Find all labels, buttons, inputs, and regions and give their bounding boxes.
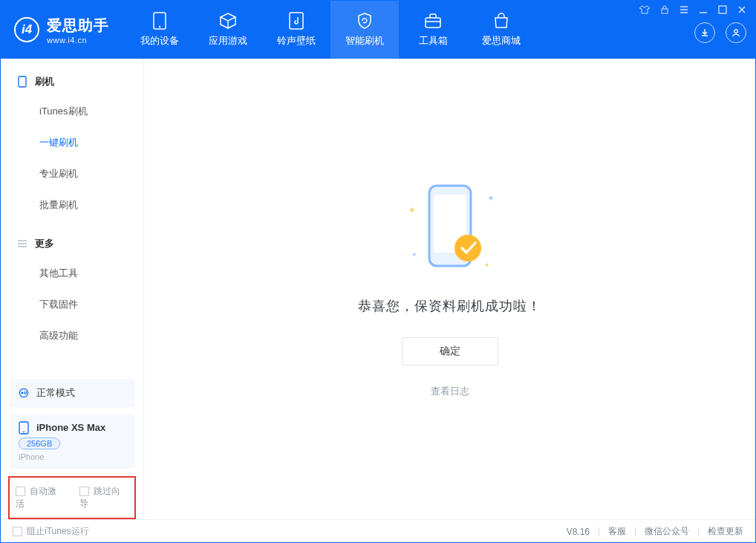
phone-small-icon bbox=[17, 77, 27, 87]
svg-point-6 bbox=[734, 29, 738, 33]
device-icon bbox=[19, 423, 29, 433]
main-content: ✦ ✦ ✦ ✦ 恭喜您，保资料刷机成功啦！ 确定 查看日志 bbox=[144, 59, 755, 519]
view-log-link[interactable]: 查看日志 bbox=[431, 385, 469, 398]
top-nav: 我的设备 应用游戏 铃声壁纸 智能刷机 工具箱 bbox=[126, 1, 535, 59]
shirt-icon[interactable] bbox=[639, 5, 650, 16]
skip-guide-checkbox[interactable]: 跳过向导 bbox=[79, 485, 128, 510]
svg-rect-3 bbox=[426, 18, 440, 27]
section-title: 更多 bbox=[35, 237, 54, 250]
list-small-icon bbox=[17, 238, 27, 249]
device-type: iPhone bbox=[19, 452, 126, 461]
title-bar: i4 爱思助手 www.i4.cn 我的设备 应用游戏 铃声壁纸 bbox=[1, 1, 755, 59]
nav-label: 爱思商城 bbox=[482, 34, 521, 48]
menu-icon[interactable] bbox=[680, 5, 688, 16]
success-illustration: ✦ ✦ ✦ ✦ bbox=[405, 180, 495, 276]
nav-label: 智能刷机 bbox=[345, 34, 384, 48]
version-label: V8.16 bbox=[567, 527, 590, 537]
download-button[interactable] bbox=[694, 22, 715, 43]
check-update-link[interactable]: 检查更新 bbox=[708, 525, 743, 538]
bag-icon bbox=[492, 12, 510, 30]
svg-point-15 bbox=[454, 235, 481, 261]
nav-label: 应用游戏 bbox=[209, 34, 247, 48]
nav-store[interactable]: 爱思商城 bbox=[467, 1, 535, 59]
svg-rect-7 bbox=[19, 77, 26, 87]
sidebar-item-firmware[interactable]: 下载固件 bbox=[1, 289, 143, 320]
nav-label: 我的设备 bbox=[140, 34, 179, 48]
nav-flash[interactable]: 智能刷机 bbox=[330, 1, 399, 59]
cube-icon bbox=[219, 12, 237, 30]
user-controls bbox=[694, 16, 746, 54]
nav-label: 铃声壁纸 bbox=[277, 34, 316, 48]
block-itunes-checkbox[interactable]: 阻止iTunes运行 bbox=[13, 525, 89, 538]
sidebar-item-advanced[interactable]: 高级功能 bbox=[1, 320, 143, 351]
success-message: 恭喜您，保资料刷机成功啦！ bbox=[358, 297, 541, 315]
app-name: 爱思助手 bbox=[47, 16, 109, 36]
nav-ringtone[interactable]: 铃声壁纸 bbox=[262, 1, 330, 59]
nav-apps[interactable]: 应用游戏 bbox=[194, 1, 262, 59]
customer-service-link[interactable]: 客服 bbox=[608, 525, 626, 538]
wechat-link[interactable]: 微信公众号 bbox=[645, 525, 689, 538]
svg-point-9 bbox=[21, 392, 23, 394]
music-file-icon bbox=[287, 12, 305, 30]
app-url: www.i4.cn bbox=[47, 36, 109, 45]
svg-rect-4 bbox=[662, 9, 668, 13]
account-button[interactable] bbox=[726, 22, 746, 43]
titlebar-right bbox=[630, 1, 755, 59]
status-bar: 阻止iTunes运行 V8.16 客服 微信公众号 检查更新 bbox=[1, 519, 755, 543]
sidebar: 刷机 iTunes刷机 一键刷机 专业刷机 批量刷机 更多 其他工具 下载固件 … bbox=[1, 59, 144, 519]
options-highlight-box: 自动激活 跳过向导 bbox=[8, 476, 136, 519]
mode-card[interactable]: 正常模式 bbox=[10, 379, 134, 407]
sidebar-item-batch[interactable]: 批量刷机 bbox=[1, 189, 143, 221]
section-title: 刷机 bbox=[35, 75, 54, 88]
close-button[interactable] bbox=[737, 5, 746, 16]
toolbox-icon bbox=[424, 12, 442, 30]
device-storage: 256GB bbox=[19, 438, 60, 449]
svg-rect-5 bbox=[719, 6, 726, 13]
nav-toolbox[interactable]: 工具箱 bbox=[399, 1, 467, 59]
lock-icon[interactable] bbox=[660, 5, 669, 16]
maximize-button[interactable] bbox=[718, 5, 727, 16]
mode-icon bbox=[19, 388, 29, 398]
svg-point-1 bbox=[159, 26, 160, 27]
device-name: iPhone XS Max bbox=[36, 422, 105, 433]
section-more: 更多 bbox=[1, 231, 143, 258]
sidebar-item-pro[interactable]: 专业刷机 bbox=[1, 158, 143, 189]
minimize-button[interactable] bbox=[699, 5, 708, 16]
svg-point-10 bbox=[25, 392, 27, 394]
auto-activate-checkbox[interactable]: 自动激活 bbox=[16, 485, 65, 510]
phone-icon bbox=[151, 12, 169, 30]
sidebar-item-other[interactable]: 其他工具 bbox=[1, 258, 143, 289]
sidebar-item-itunes[interactable]: iTunes刷机 bbox=[1, 96, 143, 127]
app-logo-block: i4 爱思助手 www.i4.cn bbox=[1, 1, 126, 59]
ok-button[interactable]: 确定 bbox=[402, 337, 498, 365]
shield-refresh-icon bbox=[356, 12, 374, 30]
nav-device[interactable]: 我的设备 bbox=[126, 1, 194, 59]
section-flash: 刷机 bbox=[1, 69, 143, 96]
sidebar-item-onekey[interactable]: 一键刷机 bbox=[1, 127, 143, 158]
device-card[interactable]: iPhone XS Max 256GB iPhone bbox=[10, 414, 134, 469]
nav-label: 工具箱 bbox=[419, 34, 448, 48]
svg-point-12 bbox=[23, 431, 25, 432]
logo-icon: i4 bbox=[14, 17, 39, 42]
mode-label: 正常模式 bbox=[36, 386, 75, 400]
window-controls bbox=[639, 5, 746, 16]
